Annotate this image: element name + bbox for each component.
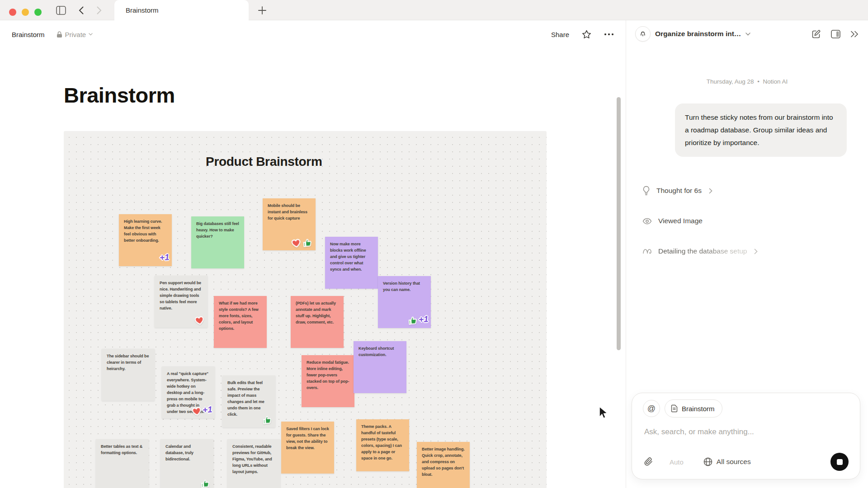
globe-icon: [703, 457, 712, 466]
sticky-note[interactable]: The sidebar should be clearer in terms o…: [102, 349, 155, 401]
note-reactions: [200, 479, 211, 488]
brainstorm-board-image[interactable]: Product Brainstorm High learning curve. …: [64, 131, 547, 488]
sticky-note[interactable]: Better image handling. Quick crop, annot…: [417, 442, 470, 488]
sidebar-toggle-icon[interactable]: [56, 5, 66, 16]
user-message-bubble: Turn these sticky notes from our brainst…: [675, 103, 847, 157]
provider-label: Notion AI: [763, 78, 788, 85]
sources-selector[interactable]: All sources: [703, 457, 751, 466]
page-icon: [671, 404, 678, 413]
ai-steps: Thought for 6s Viewed Image Detailing th…: [642, 185, 758, 276]
context-chip-brainstorm[interactable]: Brainstorm: [665, 399, 722, 418]
main-content: Brainstorm Private Share: [0, 20, 626, 488]
thread-date: Thursday, Aug 28 • Notion AI: [626, 78, 868, 85]
side-peek-panel-icon[interactable]: [831, 30, 840, 38]
thread-chevron-down-icon[interactable]: [745, 33, 750, 36]
note-reactions: [291, 238, 313, 248]
attachment-paperclip-icon[interactable]: [644, 457, 653, 467]
favorite-star-icon[interactable]: [582, 30, 591, 39]
share-button[interactable]: Share: [551, 31, 569, 38]
note-reactions: [262, 415, 273, 425]
back-button[interactable]: [75, 5, 86, 16]
stop-square-icon: [837, 459, 843, 465]
sticky-note-text: Pen support would be nice. Handwriting a…: [160, 281, 201, 310]
sticky-note-text: (PDFs) let us actually annotate and mark…: [296, 301, 336, 324]
ai-prompt-input[interactable]: Ask, search, or make anything...: [644, 427, 754, 436]
note-reactions: +1: [407, 313, 428, 326]
step-thought[interactable]: Thought for 6s: [642, 185, 758, 197]
sticky-note[interactable]: Big databases still feel heavy. How to m…: [191, 216, 244, 268]
sticky-note[interactable]: Keyboard shortcut customization.: [354, 341, 406, 393]
sticky-note-text: Big databases still feel heavy. How to m…: [196, 221, 239, 239]
sticky-note[interactable]: Consistent, readable previews for GitHub…: [227, 439, 280, 488]
thumbs-up-reaction-icon: [261, 414, 273, 426]
sticky-note-text: Theme packs. A handful of tasteful prese…: [361, 424, 402, 460]
chevron-right-icon: [754, 249, 758, 254]
heart-reaction-icon: [290, 237, 302, 249]
sticky-note[interactable]: Theme packs. A handful of tasteful prese…: [356, 419, 409, 471]
thumbs-up-reaction-icon: [407, 315, 419, 326]
privacy-selector[interactable]: Private: [57, 31, 93, 38]
note-reactions: [194, 315, 205, 325]
step-detailing[interactable]: Detailing the database setup: [642, 245, 758, 257]
sticky-note-text: High learning curve. Make the first week…: [124, 219, 162, 243]
tab-brainstorm[interactable]: Brainstorm: [114, 0, 249, 20]
collapse-double-chevron-icon[interactable]: [850, 31, 859, 38]
page-title: Brainstorm: [64, 83, 175, 108]
notion-ai-avatar-icon: [635, 26, 651, 42]
ai-sidebar-header: Organize brainstorm int…: [626, 20, 868, 47]
sticky-note[interactable]: Version history that you can name.+1: [378, 276, 431, 328]
mode-selector[interactable]: Auto: [670, 458, 684, 466]
vertical-scrollbar[interactable]: [617, 97, 621, 350]
minimize-window-button[interactable]: [22, 9, 29, 16]
sticky-note[interactable]: Calendar and database, truly bidirection…: [160, 439, 213, 488]
maximize-window-button[interactable]: [34, 9, 42, 16]
sticky-note[interactable]: Bulk edits that feel safe. Preview the i…: [222, 375, 275, 427]
sticky-note[interactable]: Now make more blocks work offline and gi…: [325, 237, 378, 289]
lightbulb-icon: [642, 186, 650, 196]
heart-reaction-icon: [190, 405, 203, 417]
new-chat-compose-icon[interactable]: [811, 29, 821, 39]
sticky-note-text: Better tables as text & formatting optio…: [101, 444, 142, 455]
page-toolbar: Brainstorm Private Share: [0, 20, 626, 48]
sticky-note-text: Version history that you can name.: [383, 281, 420, 292]
sticky-note[interactable]: Reduce modal fatigue. More inline editin…: [302, 355, 354, 407]
sticky-note[interactable]: A real "quick capture" everywhere. Syste…: [162, 366, 215, 418]
sticky-note-text: Calendar and database, truly bidirection…: [165, 444, 193, 461]
sticky-note-text: Mobile should be instant and brainless f…: [268, 203, 307, 221]
sticky-note[interactable]: (PDFs) let us actually annotate and mark…: [291, 296, 344, 348]
board-title: Product Brainstorm: [206, 155, 322, 169]
mouse-cursor: [597, 406, 609, 420]
new-tab-button[interactable]: [256, 4, 269, 17]
breadcrumb[interactable]: Brainstorm: [12, 31, 45, 38]
chevron-right-icon: [709, 188, 712, 194]
step-viewed-image: Viewed Image: [642, 215, 758, 227]
thumbs-up-reaction-icon: [199, 478, 211, 488]
more-options-icon[interactable]: [604, 33, 614, 36]
note-reactions: +1: [160, 251, 169, 264]
sticky-note-text: The sidebar should be clearer in terms o…: [107, 354, 149, 371]
lock-icon: [57, 31, 62, 38]
sticky-note[interactable]: What if we had more style controls? A fe…: [214, 296, 267, 348]
sticky-note[interactable]: Mobile should be instant and brainless f…: [263, 198, 316, 250]
close-window-button[interactable]: [9, 9, 16, 16]
sticky-note[interactable]: Saved filters I can lock for guests. Sha…: [281, 422, 334, 474]
sticky-note[interactable]: Better tables as text & formatting optio…: [96, 439, 149, 488]
sticky-note[interactable]: Pen support would be nice. Handwriting a…: [155, 276, 208, 328]
forward-button[interactable]: [94, 5, 104, 16]
plus-one-reaction: +1: [159, 250, 170, 264]
stop-generating-button[interactable]: [830, 453, 849, 471]
sticky-note-text: Keyboard shortcut customization.: [359, 346, 394, 357]
chevron-down-icon: [89, 33, 93, 36]
mention-button[interactable]: @: [643, 400, 660, 417]
eye-icon: [642, 218, 652, 225]
sticky-note[interactable]: High learning curve. Make the first week…: [119, 214, 172, 266]
ai-thread-title[interactable]: Organize brainstorm int…: [655, 30, 741, 38]
sticky-note-text: Bulk edits that feel safe. Preview the i…: [227, 380, 264, 417]
heart-reaction-icon: [193, 314, 205, 326]
sticky-note-text: Reduce modal fatigue. More inline editin…: [307, 360, 349, 390]
notion-ai-sidebar: Organize brainstorm int…: [626, 20, 868, 488]
tab-title: Brainstorm: [126, 6, 159, 14]
sticky-note-text: What if we had more style controls? A fe…: [219, 301, 259, 331]
app-window: Brainstorm Brainstorm Private Share: [0, 0, 868, 488]
ai-composer[interactable]: @ Brainstorm Ask, search, or make anythi…: [632, 393, 860, 479]
